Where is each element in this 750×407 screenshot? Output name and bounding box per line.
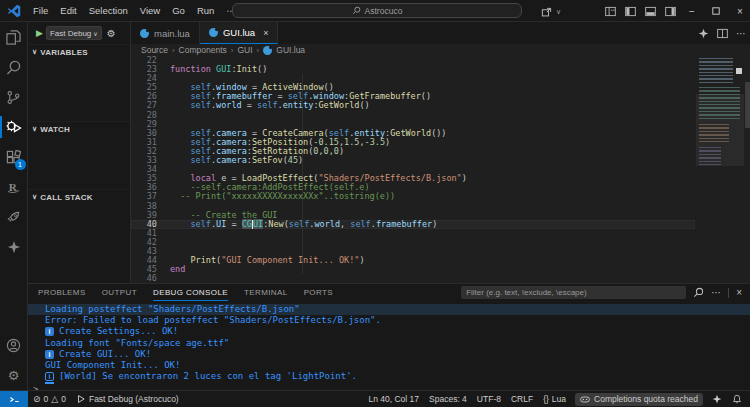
start-debug-button[interactable]: ▶ xyxy=(36,28,43,38)
more-actions-icon[interactable]: ⋯ xyxy=(711,287,721,298)
notifications-button[interactable] xyxy=(727,394,750,404)
search-icon[interactable] xyxy=(693,287,704,298)
more-actions-icon[interactable]: ⋯ xyxy=(736,28,746,39)
menu-item-file[interactable]: File xyxy=(27,5,54,16)
debug-config-label: Fast Debug xyxy=(50,29,91,38)
code-line[interactable]: 37 -- Print("xxxxxXXXXXxxxxXXx"..tostrin… xyxy=(131,192,695,201)
console-line[interactable]: GUI Component Init... OK! xyxy=(28,360,750,371)
call-stack-section[interactable]: ∨CALL STACK xyxy=(28,189,130,286)
code-line[interactable]: 41 xyxy=(131,229,695,238)
breadcrumb-item[interactable]: GUI xyxy=(237,45,252,55)
console-filter-input[interactable] xyxy=(461,286,686,299)
problems-status[interactable]: ⊘0 △0 xyxy=(28,394,71,404)
code-line[interactable]: 44 Print("GUI Component Init... OK!") xyxy=(131,256,695,265)
menu-item-selection[interactable]: Selection xyxy=(83,5,134,16)
copilot-edits-status[interactable] xyxy=(707,394,727,404)
panel-tab-output[interactable]: OUTPUT xyxy=(102,284,137,301)
console-line[interactable]: i[World] Se encontraron 2 luces con el t… xyxy=(28,371,750,382)
menu-item-go[interactable]: Go xyxy=(166,5,191,16)
debug-status-label: Fast Debug (Astrocuco) xyxy=(89,394,179,404)
minimize-button[interactable]: − xyxy=(682,0,702,22)
customize-layout-icon[interactable] xyxy=(602,3,618,19)
sidebar-item-run-debug[interactable] xyxy=(0,112,28,142)
sidebar-item-r-extension[interactable]: R xyxy=(0,172,28,202)
console-line[interactable]: iCreate GUI... OK! xyxy=(28,349,750,360)
info-icon: i xyxy=(45,372,54,381)
debug-config-dropdown[interactable]: Fast Debug ∨ xyxy=(46,26,102,40)
settings-button[interactable]: ⚙ xyxy=(0,360,28,390)
minimap-slider[interactable] xyxy=(696,94,744,166)
sidebar-item-extensions[interactable]: 1 xyxy=(0,142,28,172)
toggle-panel-icon[interactable] xyxy=(642,3,658,19)
variables-section[interactable]: ∨VARIABLES xyxy=(28,44,130,121)
menu-bar: FileEditSelectionViewGoRun⋯ xyxy=(27,5,242,16)
watch-section[interactable]: ∨WATCH xyxy=(28,121,130,189)
open-window-icon[interactable] xyxy=(538,4,554,20)
copilot-sparkle-icon[interactable] xyxy=(698,28,709,39)
code-editor[interactable]: 2223function GUI:Init()2425 self.window … xyxy=(131,56,695,283)
warning-count: 0 xyxy=(61,394,66,404)
code-line[interactable]: 23function GUI:Init() xyxy=(131,65,695,74)
split-editor-icon[interactable] xyxy=(717,28,728,39)
line-content: self.world = self.entity:GetWorld() xyxy=(157,101,370,110)
sidebar-item-search[interactable] xyxy=(0,52,28,82)
menu-item-view[interactable]: View xyxy=(134,5,166,16)
breadcrumb-item[interactable]: Source xyxy=(141,45,168,55)
console-line[interactable]: Loading font "Fonts/space age.ttf" xyxy=(28,338,750,349)
account-button[interactable] xyxy=(0,330,28,360)
close-tab-icon[interactable]: × xyxy=(263,28,268,38)
line-content xyxy=(157,202,170,211)
sidebar-item-copilot-chat[interactable] xyxy=(0,232,28,262)
console-text: [World] Se encontraron 2 luces con el ta… xyxy=(59,371,357,382)
debug-console-output[interactable]: Loading posteffect "Shaders/PostEffects/… xyxy=(28,302,750,390)
line-content xyxy=(157,274,170,283)
minimap[interactable] xyxy=(696,56,744,283)
vscode-logo-icon xyxy=(7,4,21,18)
editor-scrollbar[interactable] xyxy=(745,82,750,128)
language-status[interactable]: {}Lua xyxy=(538,394,571,404)
debug-status[interactable]: Fast Debug (Astrocuco) xyxy=(71,394,184,404)
code-line[interactable]: 33 self.camera:SetFov(45) xyxy=(131,156,695,165)
encoding-status[interactable]: UTF-8 xyxy=(472,394,506,404)
close-panel-icon[interactable]: × xyxy=(736,287,742,298)
code-line[interactable]: 46 xyxy=(131,274,695,283)
maximize-button[interactable] xyxy=(706,0,726,22)
debug-settings-gear-icon[interactable]: ⚙ xyxy=(107,28,116,39)
cursor-position[interactable]: Ln 40, Col 17 xyxy=(363,394,424,404)
console-line[interactable]: Loading posteffect "Shaders/PostEffects/… xyxy=(28,304,750,315)
line-content xyxy=(157,238,170,247)
close-button[interactable]: × xyxy=(730,0,750,22)
r-language-icon: R xyxy=(6,180,21,195)
sidebar-item-rocket-extension[interactable] xyxy=(0,202,28,232)
panel-tab-ports[interactable]: PORTS xyxy=(304,284,333,301)
code-line[interactable]: 27 self.world = self.entity:GetWorld() xyxy=(131,101,695,110)
line-content xyxy=(157,165,170,174)
tab-GUI.lua[interactable]: GUI.lua× xyxy=(200,22,278,44)
toggle-secondary-sidebar-icon[interactable] xyxy=(662,3,678,19)
code-line[interactable]: 40 self.UI = CGUI:New(self.world, self.f… xyxy=(131,220,695,229)
sidebar-item-source-control[interactable] xyxy=(0,82,28,112)
copilot-status[interactable]: Completions quota reached xyxy=(575,393,703,406)
sidebar-item-explorer[interactable] xyxy=(0,22,28,52)
code-line[interactable]: 28 xyxy=(131,111,695,120)
panel-tab-terminal[interactable]: TERMINAL xyxy=(244,284,288,301)
chevron-down-icon[interactable]: ∨ xyxy=(556,8,561,16)
code-line[interactable]: 45end xyxy=(131,265,695,274)
toggle-primary-sidebar-icon[interactable] xyxy=(622,3,638,19)
indentation-status[interactable]: Spaces: 4 xyxy=(424,394,472,404)
breadcrumb[interactable]: Source›Components›GUI›GUI.lua xyxy=(131,44,750,56)
menu-item-run[interactable]: Run xyxy=(191,5,220,16)
eol-status[interactable]: CRLF xyxy=(506,394,538,404)
code-line[interactable]: 42 xyxy=(131,238,695,247)
tab-main.lua[interactable]: main.lua xyxy=(131,22,200,44)
console-line[interactable]: iCreate Settings... OK! xyxy=(28,326,750,337)
menu-item-edit[interactable]: Edit xyxy=(54,5,82,16)
panel-tab-problems[interactable]: PROBLEMS xyxy=(38,284,86,301)
remote-indicator[interactable] xyxy=(0,391,28,407)
breadcrumb-item[interactable]: GUI.lua xyxy=(276,45,305,55)
console-line[interactable]: Error: Failed to load posteffect "Shader… xyxy=(28,315,750,326)
breadcrumb-item[interactable]: Components xyxy=(179,45,227,55)
panel-tab-debug-console[interactable]: DEBUG CONSOLE xyxy=(153,284,228,301)
command-center-search[interactable]: Astrocuco xyxy=(232,3,522,18)
warning-icon: △ xyxy=(51,394,58,404)
